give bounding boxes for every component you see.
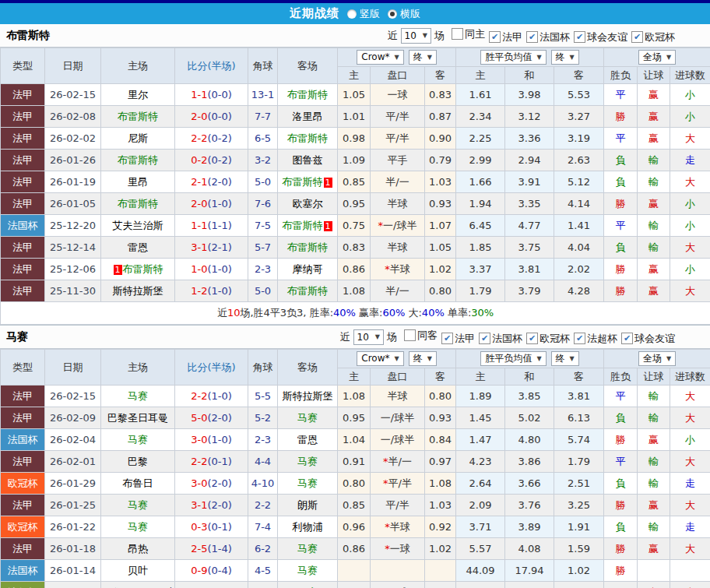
handicap-cell: 半球 [371, 386, 425, 407]
avg-draw-cell: 5.02 [505, 407, 554, 429]
avg-final-select[interactable]: 终▼ [551, 50, 579, 65]
filter-checkbox-欧冠杯[interactable]: ✔欧冠杯 [526, 332, 570, 346]
odds-final-select[interactable]: 终▼ [409, 50, 437, 65]
team-link[interactable]: 巴黎圣日耳曼 [107, 412, 168, 424]
team-link[interactable]: 朗斯 [297, 499, 318, 511]
team-link[interactable]: 布雷斯特 [118, 198, 158, 209]
date-cell: 25-12-06 [45, 259, 101, 280]
team-link[interactable]: 布雷斯特 [118, 154, 158, 166]
team-link[interactable]: 马赛 [297, 456, 318, 467]
team-link[interactable]: 摩纳哥 [293, 263, 323, 275]
team-link[interactable]: 马赛 [297, 412, 318, 424]
filter-checkbox-法国杯[interactable]: ✔法国杯 [526, 30, 570, 44]
team-link[interactable]: 布雷斯特 [123, 263, 163, 275]
fulltime-score: 0-9 [191, 565, 207, 576]
team-link[interactable]: 雷恩 [128, 241, 148, 253]
team-link[interactable]: 马赛 [128, 499, 148, 511]
result-goals-cell: 大 [670, 451, 710, 473]
team-link[interactable]: 昂热 [128, 543, 148, 555]
filter-label: 同客 [417, 329, 438, 343]
avg-away-cell: 5.53 [554, 84, 604, 106]
recent-count-select[interactable]: 10▼ [353, 329, 384, 345]
odds-final-select-value: 终 [413, 352, 423, 365]
matches-label: 场 [387, 330, 397, 344]
team-link[interactable]: 雷恩 [297, 434, 318, 445]
summary-part: 30% [471, 307, 494, 319]
halftime-score: (1-1) [207, 220, 231, 231]
team-link[interactable]: 艾夫兰治斯 [113, 220, 163, 231]
score-cell: 0-9(0-4) [175, 560, 248, 582]
column-header: 日期 [45, 350, 101, 386]
result-handicap-cell: 赢 [638, 106, 670, 128]
result-goals-cell: 小 [670, 106, 710, 128]
avg-final-select[interactable]: 终▼ [551, 351, 579, 366]
filter-checkbox-法国杯[interactable]: ✔法国杯 [479, 332, 522, 346]
result-goals-cell: 大 [670, 538, 710, 560]
filter-checkbox-球会友谊[interactable]: ✔球会友谊 [621, 332, 675, 346]
team-link[interactable]: 里昂 [128, 176, 148, 188]
layout-radio-vertical[interactable]: 竖版 [347, 7, 380, 21]
summary-part: 近 [217, 307, 227, 319]
result-wdl-cell: 平 [604, 84, 638, 106]
filter-checkbox-法超杯[interactable]: ✔法超杯 [574, 332, 617, 346]
team-link[interactable]: 马赛 [128, 434, 148, 445]
team-link[interactable]: 贝叶 [128, 565, 148, 576]
recent-count-select[interactable]: 10▼ [401, 28, 431, 44]
avg-away-cell: 2.02 [554, 259, 604, 280]
team-link[interactable]: 图鲁兹 [293, 154, 323, 166]
home-away-team-cell: 马赛 [278, 451, 338, 473]
team-link[interactable]: 布鲁日 [123, 477, 153, 489]
team-link[interactable]: 布雷斯特 [118, 111, 158, 122]
filter-checkbox-法甲[interactable]: ✔法甲 [489, 30, 522, 44]
team-link[interactable]: 马赛 [128, 390, 148, 402]
radio-icon[interactable] [388, 9, 397, 19]
odds-company-select[interactable]: Crow*▼ [357, 351, 403, 366]
team-link[interactable]: 布雷斯特 [287, 241, 328, 253]
team-link[interactable]: 布雷斯特 [283, 220, 323, 231]
checkbox-icon: ✔ [526, 333, 538, 344]
layout-radio-horizontal[interactable]: 横版 [388, 7, 420, 21]
team-link[interactable]: 斯特拉斯堡 [113, 285, 163, 297]
filter-checkbox-法甲[interactable]: ✔法甲 [441, 332, 475, 346]
handicap-cell: *平/半 [371, 473, 425, 495]
team-link[interactable]: 布雷斯特 [283, 176, 323, 188]
radio-icon[interactable] [347, 9, 357, 19]
page-title: 近期战绩 [290, 6, 339, 21]
filter-checkbox-同主[interactable]: 同主 [452, 27, 485, 41]
result-wdl-cell: 勝 [604, 429, 638, 451]
avg-type-select[interactable]: 胜平负均值▼ [480, 50, 546, 65]
avg-final-select-value: 终 [556, 51, 565, 64]
team-link[interactable]: 利物浦 [293, 521, 323, 533]
filter-checkbox-欧冠杯[interactable]: ✔欧冠杯 [631, 30, 675, 44]
team-link[interactable]: 斯特拉斯堡 [283, 390, 333, 402]
filter-bar: 布雷斯特 近 10▼ 场 同主✔法甲✔法国杯✔球会友谊✔欧冠杯 [0, 24, 710, 48]
team-link[interactable]: 马赛 [297, 543, 318, 555]
team-link[interactable]: 布雷斯特 [287, 132, 328, 144]
odds-company-select[interactable]: Crow*▼ [357, 50, 403, 65]
avg-home-cell: 2.34 [456, 106, 505, 128]
filter-checkbox-球会友谊[interactable]: ✔球会友谊 [574, 30, 627, 44]
avg-type-select[interactable]: 胜平负均值▼ [480, 351, 546, 366]
odds-final-select[interactable]: 终▼ [409, 351, 437, 366]
team-link[interactable]: 马赛 [297, 477, 318, 489]
team-link[interactable]: 尼斯 [128, 132, 148, 144]
team-link[interactable]: 洛里昂 [293, 111, 323, 122]
handicap-value: 半球 [390, 521, 410, 533]
result-wdl-cell: 平 [604, 582, 638, 588]
scope-select[interactable]: 全场▼ [638, 351, 676, 366]
scope-select[interactable]: 全场▼ [638, 50, 676, 65]
team-link[interactable]: 里尔 [128, 89, 148, 100]
team-link[interactable]: 布雷斯特 [287, 285, 328, 297]
team-link[interactable]: 巴黎 [128, 456, 148, 467]
match-row: 法甲26-02-02尼斯2-2(0-2)6-5布雷斯特0.98平/半0.902.… [1, 128, 710, 150]
team-link[interactable]: 马赛 [297, 565, 318, 576]
result-handicap-cell: 輸 [638, 171, 670, 193]
result-goals-cell: 小 [670, 193, 710, 215]
handicap-cell: 半球 [371, 237, 425, 259]
sub-column-header: 胜负 [604, 67, 638, 84]
team-link[interactable]: 欧塞尔 [293, 198, 323, 209]
team-link[interactable]: 布雷斯特 [287, 89, 328, 100]
filter-checkbox-同客[interactable]: 同客 [404, 329, 438, 343]
team-link[interactable]: 马赛 [128, 521, 148, 533]
halftime-score: (1-0) [207, 285, 231, 297]
